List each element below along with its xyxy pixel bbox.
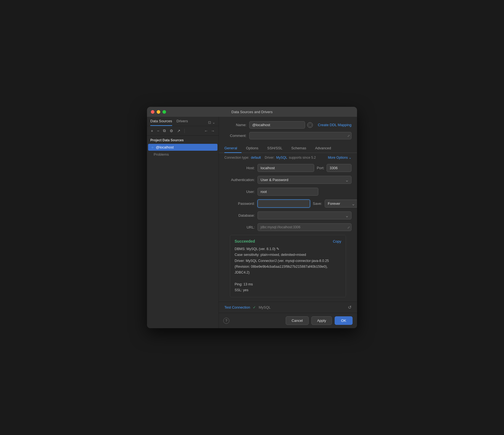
driver-note: supports since 5.2 [289,156,316,160]
tabs-row: General Options SSH/SSL Schemas Advanced [219,144,357,153]
tab-ssh-ssl[interactable]: SSH/SSL [263,144,287,153]
auth-label: Authentication: [224,178,255,182]
tab-options[interactable]: Options [242,144,263,153]
url-label: URL: [224,225,255,229]
success-header: Succeeded Copy [235,239,341,243]
help-button[interactable]: ? [223,318,229,324]
url-preview: jdbc:mysql://localhost:3306 [258,223,351,231]
host-input[interactable] [258,164,314,172]
sidebar-item-label: @localhost [156,145,174,149]
title-bar: Data Sources and Drivers [147,107,357,117]
comment-input[interactable] [249,132,351,139]
name-options-button[interactable]: ◯ [307,122,313,128]
ping-line: Ping: 13 ms [235,282,341,287]
name-row: Name: ◯ Create DDL Mapping [224,121,351,129]
test-success-icon: ✓ [253,305,256,309]
close-button[interactable] [151,110,154,114]
success-text: DBMS: MySQL (ver. 8.1.0) ✎ Case sensitiv… [235,246,341,293]
sidebar: Data Sources Drivers ⊡ ⌄ + − ⧉ ⚙ ↗ ← → [147,117,219,328]
main-window: Data Sources and Drivers Data Sources Dr… [147,107,357,328]
traffic-lights [151,110,166,114]
password-row: Password: Save: Forever Until restart Ne… [224,200,351,208]
auth-row: Authentication: User & Password No auth … [224,176,351,184]
forward-button[interactable]: → [210,128,216,134]
sidebar-tabs: Data Sources Drivers ⊡ ⌄ [147,117,219,126]
port-input[interactable] [327,164,351,172]
test-connection-button[interactable]: Test Connection [224,305,250,309]
project-data-sources-title: Project Data Sources [147,136,219,144]
driver-line: Driver: MySQL Connector/J (ver. mysql-co… [235,258,341,276]
refresh-button[interactable]: ↺ [348,305,351,310]
cancel-button[interactable]: Cancel [286,316,308,325]
ok-button[interactable]: OK [335,316,353,325]
port-group: Port: [317,164,351,172]
bottom-bar: Test Connection ✓ MySQL ↺ [219,302,357,313]
comment-input-wrap: ⤢ [249,132,351,139]
settings-button[interactable]: ⚙ [169,128,174,134]
sidebar-filter-icon[interactable]: ⊡ [208,120,211,124]
expand-comment-icon[interactable]: ⤢ [347,134,350,137]
user-label: User: [224,190,255,194]
succeeded-label: Succeeded [235,239,255,243]
save-select[interactable]: Forever Until restart Never [325,200,357,208]
connection-type-row: Connection type: default Driver: MySQL s… [219,153,357,162]
more-options-button[interactable]: More Options ⌄ [328,156,351,160]
auth-select-wrap: User & Password No auth LDAP [258,176,351,184]
database-select-wrap [258,211,351,219]
problems-item[interactable]: Problems [147,151,219,158]
dbms-line: DBMS: MySQL (ver. 8.1.0) ✎ [235,246,341,252]
open-button[interactable]: ↗ [176,128,182,134]
database-label: Database: [224,213,255,217]
main-content: Name: ◯ Create DDL Mapping Comment: ⤢ [219,117,357,328]
tab-drivers[interactable]: Drivers [177,119,188,126]
tab-general[interactable]: General [224,144,242,153]
back-button[interactable]: ← [203,128,209,134]
copy-button[interactable]: ⧉ [162,128,167,134]
maximize-button[interactable] [162,110,166,114]
url-input-wrap: jdbc:mysql://localhost:3306 ⤢ [258,223,351,231]
save-select-wrap: Forever Until restart Never [325,200,357,208]
footer-right: Cancel Apply OK [286,316,353,325]
minimize-button[interactable] [157,110,160,114]
ssl-line: SSL: yes [235,287,341,293]
comment-label: Comment: [224,134,246,138]
create-ddl-link[interactable]: Create DDL Mapping [318,123,351,127]
expand-url-icon[interactable]: ⤢ [347,226,350,229]
copy-button[interactable]: Copy [333,239,341,243]
user-row: User: [224,188,351,196]
user-input[interactable] [258,188,318,196]
sidebar-tab-icons: ⊡ ⌄ [208,120,215,124]
conn-type-value[interactable]: default [251,156,261,160]
main-header: Name: ◯ Create DDL Mapping Comment: ⤢ [219,117,357,143]
remove-button[interactable]: − [156,128,160,134]
port-label: Port: [317,166,324,170]
window-title: Data Sources and Drivers [232,110,273,114]
auth-select[interactable]: User & Password No auth LDAP [258,176,351,184]
tab-schemas[interactable]: Schemas [287,144,311,153]
toolbar-separator [184,129,185,133]
host-label: Host: [224,166,255,170]
save-label: Save: [313,201,322,206]
url-row: URL: jdbc:mysql://localhost:3306 ⤢ [224,223,351,231]
sidebar-item-localhost[interactable]: ⟐ @localhost [148,144,217,151]
comment-row: Comment: ⤢ [224,132,351,139]
name-input[interactable] [249,121,305,129]
connection-icon: ⟐ [151,145,154,149]
footer: ? Cancel Apply OK [219,313,357,328]
apply-button[interactable]: Apply [311,316,332,325]
name-input-wrap: ◯ [249,121,313,129]
driver-value[interactable]: MySQL [276,156,287,160]
password-input[interactable] [258,200,310,208]
password-label: Password: [224,201,255,206]
case-line: Case sensitivity: plain=mixed, delimited… [235,252,341,258]
database-select[interactable] [258,211,351,219]
host-row: Host: Port: [224,164,351,172]
sidebar-chevron-icon[interactable]: ⌄ [212,120,215,124]
success-panel: Succeeded Copy DBMS: MySQL (ver. 8.1.0) … [230,235,346,297]
database-row: Database: [224,211,351,219]
tab-advanced[interactable]: Advanced [311,144,335,153]
driver-label: Driver: [265,156,274,160]
add-button[interactable]: + [150,128,154,134]
tab-data-sources[interactable]: Data Sources [150,119,172,126]
nav-arrows: ← → [203,128,216,134]
